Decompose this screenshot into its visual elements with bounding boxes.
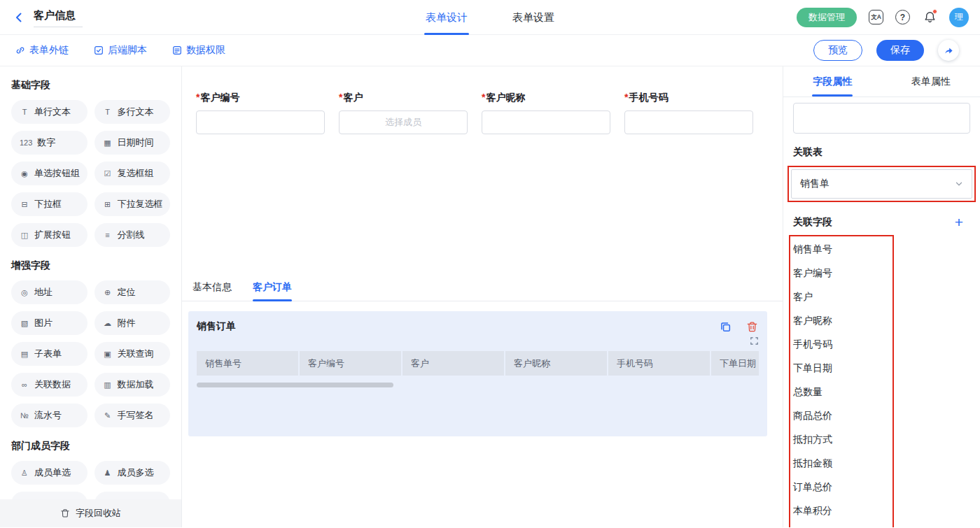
member-single-icon: ♙ — [20, 469, 29, 478]
related-field-item[interactable]: 销售单号 — [793, 238, 892, 262]
save-button[interactable]: 保存 — [876, 40, 924, 61]
tab-customer-orders[interactable]: 客户订单 — [253, 281, 292, 301]
related-field-item[interactable]: 客户昵称 — [793, 309, 892, 333]
related-field-item[interactable]: 客户编号 — [793, 262, 892, 285]
translate-button[interactable]: 文A — [869, 10, 883, 24]
multi-line-text-icon: T — [103, 108, 113, 116]
field-item-label: 分割线 — [118, 229, 145, 241]
related-field-item[interactable]: 手机号码 — [793, 333, 892, 357]
chevron-down-icon — [955, 180, 963, 188]
customer-no-input[interactable] — [196, 110, 325, 134]
customer-member-picker[interactable]: 选择成员 — [339, 110, 468, 134]
field-label-text: 客户编号 — [200, 92, 239, 103]
data-manage-button[interactable]: 数据管理 — [797, 8, 857, 27]
phone-input[interactable] — [624, 110, 753, 134]
expand-button[interactable] — [750, 336, 759, 345]
field-item-member-multi[interactable]: ♟成员多选 — [94, 461, 171, 485]
form-field-phone: *手机号码 — [624, 92, 753, 134]
field-item-signature[interactable]: ✎手写签名 — [94, 404, 171, 427]
related-table-select[interactable]: 销售单 — [791, 169, 972, 199]
form-field-customer-nickname: *客户昵称 — [482, 92, 610, 134]
field-recycle-bin[interactable]: 字段回收站 — [0, 499, 181, 527]
related-field-item[interactable]: 客户 — [793, 285, 892, 309]
sales-order-subform[interactable]: 销售订单 销售单号 客户编号 客户 客户昵称 — [188, 311, 767, 436]
related-field-item[interactable]: 抵扣金额 — [793, 452, 892, 476]
column-header: 客户 — [402, 351, 504, 376]
field-item-extend-button[interactable]: ◫扩展按钮 — [11, 223, 88, 247]
tab-form-design[interactable]: 表单设计 — [424, 0, 469, 35]
field-item-subform[interactable]: ▤子表单 — [11, 342, 88, 366]
related-field-item[interactable]: 配送方式 — [793, 523, 892, 527]
field-item-related-data[interactable]: ∞关联数据 — [11, 373, 88, 397]
field-item-divider[interactable]: ≡分割线 — [94, 223, 171, 247]
field-item-attachment[interactable]: ☁附件 — [94, 311, 171, 335]
related-field-item[interactable]: 总数量 — [793, 380, 892, 404]
backend-script-link[interactable]: 后端脚本 — [94, 44, 147, 57]
required-asterisk: * — [339, 92, 342, 103]
toolbar-links: 表单外链 后端脚本 数据权限 — [15, 44, 225, 57]
data-permission-link-label: 数据权限 — [186, 44, 225, 57]
field-item-address[interactable]: ◎地址 — [11, 280, 88, 304]
field-item-label: 流水号 — [34, 409, 62, 422]
notification-button[interactable] — [922, 10, 937, 25]
column-header: 下单日期 — [711, 351, 759, 376]
copy-icon — [720, 321, 732, 333]
field-item-serial-number[interactable]: №流水号 — [11, 404, 88, 427]
share-button[interactable] — [938, 40, 959, 61]
checkbox-group-icon: ☑ — [103, 169, 113, 178]
field-item-radio-group[interactable]: ◉单选按钮组 — [11, 162, 88, 185]
form-external-link[interactable]: 表单外链 — [15, 44, 69, 57]
field-item-related-query[interactable]: ▣关联查询 — [94, 342, 171, 366]
field-item-label: 复选框组 — [118, 167, 154, 180]
tab-basic-info[interactable]: 基本信息 — [192, 281, 232, 301]
copy-button[interactable] — [718, 320, 732, 334]
share-icon — [944, 45, 953, 55]
customer-nickname-input[interactable] — [482, 110, 610, 134]
avatar[interactable]: 理 — [949, 8, 969, 27]
field-item-label: 下拉复选框 — [118, 198, 163, 211]
field-item-dropdown[interactable]: ⊟下拉框 — [11, 192, 88, 216]
field-item-label: 成员多选 — [118, 466, 154, 479]
required-asterisk: * — [624, 92, 628, 103]
subform-actions — [718, 320, 759, 334]
field-label: *客户 — [339, 92, 468, 104]
field-item-single-line-text[interactable]: T单行文本 — [11, 100, 88, 124]
basic-fields-grid: T单行文本 T多行文本 123数字 ▦日期时间 ◉单选按钮组 ☑复选框组 ⊟下拉… — [11, 100, 170, 247]
field-label: *手机号码 — [624, 92, 753, 104]
add-related-field-button[interactable]: + — [955, 215, 963, 229]
related-field-item[interactable]: 订单总价 — [793, 476, 892, 499]
related-field-item[interactable]: 下单日期 — [793, 357, 892, 380]
delete-button[interactable] — [745, 320, 759, 334]
related-field-item[interactable]: 抵扣方式 — [793, 428, 892, 452]
field-item-label: 地址 — [34, 286, 52, 299]
field-item-data-load[interactable]: ▥数据加载 — [94, 373, 171, 397]
field-item-member-single[interactable]: ♙成员单选 — [11, 461, 88, 485]
data-permission-link[interactable]: 数据权限 — [172, 44, 225, 57]
field-item-number[interactable]: 123数字 — [11, 131, 88, 155]
field-item-datetime[interactable]: ▦日期时间 — [94, 131, 171, 155]
field-item-multi-line-text[interactable]: T多行文本 — [94, 100, 171, 124]
main-area: 基础字段 T单行文本 T多行文本 123数字 ▦日期时间 ◉单选按钮组 ☑复选框… — [0, 66, 980, 527]
field-item-multi-dropdown[interactable]: ⊞下拉复选框 — [94, 192, 171, 216]
field-item-label: 图片 — [34, 317, 52, 329]
link-icon — [15, 45, 25, 55]
header-tabs: 表单设计 表单设置 — [424, 0, 556, 35]
preview-button[interactable]: 预览 — [813, 40, 862, 61]
tab-form-properties[interactable]: 表单属性 — [882, 66, 980, 97]
horizontal-scrollbar[interactable] — [197, 383, 393, 387]
field-item-checkbox-group[interactable]: ☑复选框组 — [94, 162, 171, 185]
header-left: 客户信息 — [11, 7, 83, 27]
tab-form-settings[interactable]: 表单设置 — [511, 0, 556, 35]
back-button[interactable] — [11, 10, 27, 25]
number-icon: 123 — [20, 138, 32, 147]
attachment-icon: ☁ — [103, 319, 113, 328]
tab-field-properties[interactable]: 字段属性 — [783, 66, 882, 97]
help-button[interactable]: ? — [895, 10, 910, 24]
field-item-locate[interactable]: ⊕定位 — [94, 280, 171, 304]
property-input[interactable] — [793, 103, 970, 134]
top-header: 客户信息 表单设计 表单设置 数据管理 文A ? 理 — [0, 0, 980, 35]
field-item-image[interactable]: ▧图片 — [11, 311, 88, 335]
image-icon: ▧ — [20, 319, 29, 328]
related-field-item[interactable]: 商品总价 — [793, 404, 892, 428]
related-field-item[interactable]: 本单积分 — [793, 499, 892, 523]
